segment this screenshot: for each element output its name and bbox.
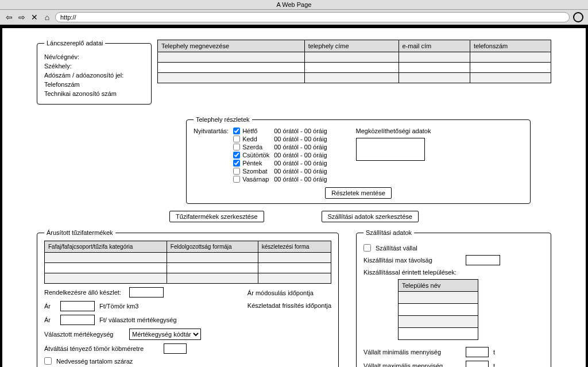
table-row[interactable] [45, 273, 331, 284]
products-legend: Árusított tűzifatermékek [44, 229, 115, 236]
stock-input[interactable] [129, 287, 164, 298]
table-row[interactable] [399, 304, 478, 316]
day-checkbox[interactable] [233, 136, 240, 142]
table-row[interactable] [399, 292, 478, 304]
day-checkbox[interactable] [233, 176, 240, 183]
conversion-input[interactable] [164, 343, 187, 354]
page-body: Láncszereplő adatai Név/cégnév: Székhely… [0, 26, 588, 367]
actor-fieldset: Láncszereplő adatai Név/cégnév: Székhely… [37, 40, 152, 105]
sites-th-name: Telephely megnevezése [158, 40, 305, 52]
access-textbox[interactable] [356, 138, 425, 161]
sites-th-phone: telefonszám [470, 40, 551, 52]
price2-input[interactable] [60, 315, 95, 325]
settlement-th: Település név [399, 280, 478, 292]
details-fieldset: Telephely részletek Nyitvatartás: HétfőK… [186, 116, 531, 204]
products-th-storage: készletezési forma [258, 241, 331, 253]
sites-table-wrap: Telephely megnevezése telephely címe e-m… [157, 40, 551, 83]
stock-label: Rendelkezésre álló készlet: [44, 289, 125, 296]
edit-products-button[interactable]: Tűzifatermékek szerkesztése [169, 211, 264, 222]
table-row[interactable] [399, 316, 478, 328]
products-table[interactable]: Fafaj/fafajcsoport/tűzifa kategória Feld… [44, 241, 331, 284]
table-row[interactable] [158, 63, 551, 73]
price1-unit: Ft/Tömör km3 [99, 303, 138, 310]
table-row[interactable] [45, 253, 331, 263]
day-label: Hétfő [242, 128, 257, 134]
max-dist-label: Kiszállítási max távolság [363, 257, 461, 264]
day-hours: 00 órától - 00 óráig [274, 128, 327, 134]
forward-icon[interactable]: ⇨ [17, 13, 26, 22]
moisture-label: Nedvesség tartalom száraz [56, 358, 133, 365]
day-hours: 00 órától - 00 óráig [274, 144, 327, 150]
min-qty-label: Vállalt minimális mennyiség [363, 349, 461, 356]
home-icon[interactable]: ⌂ [42, 13, 52, 22]
price2-unit: Ft/ választott mértékegység [99, 316, 177, 323]
max-qty-label: Vállalt maximális mennyiség [363, 362, 461, 367]
day-hours: 00 órától - 00 óráig [274, 176, 327, 183]
price-change-label: Ár módosulás időpontja [247, 289, 331, 296]
conversion-label: Átváltási tényező tömör köbméretre [44, 345, 159, 352]
unit-t2: t [493, 362, 495, 367]
day-checkbox[interactable] [233, 160, 240, 167]
day-label: Vasárnap [242, 176, 269, 183]
browser-title-bar: A Web Page [0, 0, 588, 10]
access-label: Megközelíthetőségi adatok [356, 128, 431, 134]
table-row[interactable] [158, 52, 551, 63]
day-row: Kedd [233, 136, 269, 142]
unit-select[interactable]: Mértékegység kódtár [129, 329, 201, 340]
table-row[interactable] [158, 73, 551, 83]
day-label: Szombat [242, 168, 267, 175]
day-hours: 00 órától - 00 óráig [274, 136, 327, 142]
url-input[interactable] [55, 12, 570, 22]
price2-label: Ár [44, 316, 56, 323]
actor-tax-label: Adószám / adóazonosító jel: [44, 72, 144, 79]
delivery-fieldset: Szállítási adatok Szállítást vállal Kisz… [356, 229, 551, 367]
day-hours: 00 órától - 00 óráig [274, 152, 327, 159]
unit-t1: t [493, 349, 495, 356]
price1-label: Ár [44, 303, 56, 310]
day-row: Hétfő [233, 128, 269, 134]
day-checkbox[interactable] [233, 168, 240, 175]
day-checkbox[interactable] [233, 152, 240, 159]
day-checkbox[interactable] [233, 144, 240, 150]
min-qty-input[interactable] [466, 347, 489, 357]
stop-icon[interactable]: ✕ [30, 13, 39, 22]
delivery-legend: Szállítási adatok [363, 229, 414, 236]
stock-update-label: Készletadat frissítés időpontja [247, 302, 331, 309]
actor-legend: Láncszereplő adatai [44, 40, 105, 47]
sites-table[interactable]: Telephely megnevezése telephely címe e-m… [157, 40, 551, 83]
day-row: Vasárnap [233, 176, 269, 183]
unit-label: Választott mértékegység [44, 331, 125, 338]
day-row: Csütörtök [233, 152, 269, 159]
settlements-label: Kiszállítással érintett települések: [363, 269, 544, 276]
day-row: Szombat [233, 168, 269, 175]
products-fieldset: Árusított tűzifatermékek Fafaj/fafajcsop… [37, 229, 339, 367]
day-checkbox[interactable] [233, 128, 240, 134]
actor-phone-label: Telefonszám [44, 81, 144, 88]
actor-seat-label: Székhely: [44, 63, 144, 69]
browser-toolbar: ⇦ ⇨ ✕ ⌂ [0, 10, 588, 26]
table-row[interactable] [45, 263, 331, 273]
actor-techid-label: Technikai azonosító szám [44, 90, 144, 97]
moisture-checkbox[interactable] [44, 357, 52, 365]
table-row[interactable] [399, 328, 478, 340]
day-row: Péntek [233, 160, 269, 167]
max-qty-input[interactable] [466, 361, 489, 367]
actor-name-label: Név/cégnév: [44, 53, 144, 60]
day-row: Szerda [233, 144, 269, 150]
search-icon[interactable] [573, 12, 583, 22]
day-hours: 00 órától - 00 óráig [274, 168, 327, 175]
edit-delivery-button[interactable]: Szállítási adatok szerkesztése [322, 211, 419, 222]
back-icon[interactable]: ⇦ [5, 13, 14, 22]
price1-input[interactable] [60, 301, 95, 311]
undertakes-checkbox[interactable] [363, 244, 371, 252]
sites-th-email: e-mail cím [399, 40, 470, 52]
max-dist-input[interactable] [466, 255, 500, 265]
day-label: Csütörtök [242, 152, 269, 159]
settlements-table[interactable]: Település név [398, 279, 478, 340]
day-label: Kedd [242, 136, 257, 142]
day-label: Péntek [242, 160, 262, 167]
save-details-button[interactable]: Részletek mentése [325, 187, 392, 199]
products-th-species: Fafaj/fafajcsoport/tűzifa kategória [45, 241, 167, 253]
details-legend: Telephely részletek [194, 116, 252, 123]
day-hours: 00 órától - 00 óráig [274, 160, 327, 167]
